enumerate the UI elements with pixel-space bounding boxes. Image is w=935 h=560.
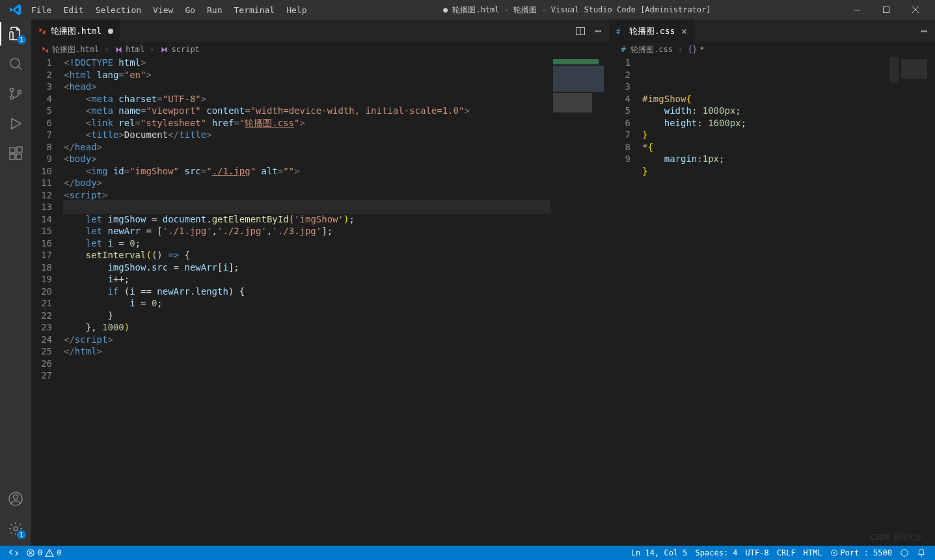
svg-point-13 xyxy=(14,527,18,531)
status-port[interactable]: Port : 5500 xyxy=(826,548,896,557)
source-control-icon[interactable] xyxy=(7,85,25,103)
status-eol[interactable]: CRLF xyxy=(773,548,800,557)
menu-go[interactable]: Go xyxy=(180,3,200,18)
menu-selection[interactable]: Selection xyxy=(90,3,146,18)
window-title: ● 轮播图.html - 轮播图 - Visual Studio Code [A… xyxy=(312,5,842,16)
code-line[interactable]: <title>Document</title> xyxy=(64,129,550,141)
menu-file[interactable]: File xyxy=(26,3,57,18)
code-right[interactable]: #imgShow{ width: 1000px; height: 1600px;… xyxy=(642,57,899,546)
minimap-left[interactable] xyxy=(550,57,609,546)
code-line[interactable]: <html lang="en"> xyxy=(64,69,550,81)
svg-point-5 xyxy=(18,90,21,94)
status-remote-icon[interactable] xyxy=(5,548,22,557)
code-line[interactable]: </head> xyxy=(64,141,550,153)
line-number: 8 xyxy=(615,141,630,153)
search-icon[interactable] xyxy=(7,55,25,73)
status-feedback-icon[interactable] xyxy=(896,548,913,557)
breadcrumb-item[interactable]: script xyxy=(172,45,200,54)
tab-html[interactable]: 轮播图.html xyxy=(31,20,120,42)
code-line[interactable]: <link rel="stylesheet" href="轮播图.css"> xyxy=(64,117,550,129)
breadcrumb-item[interactable]: 轮播图.html xyxy=(52,44,99,55)
code-left[interactable]: <!DOCTYPE html><html lang="en"><head> <m… xyxy=(64,57,550,546)
menu-view[interactable]: View xyxy=(148,3,178,18)
run-debug-icon[interactable] xyxy=(7,114,25,133)
code-line[interactable]: <head> xyxy=(64,81,550,93)
line-number: 3 xyxy=(36,81,52,93)
settings-icon[interactable]: 1 xyxy=(7,520,25,538)
close-tab-icon[interactable]: × xyxy=(681,26,686,36)
breadcrumbs-right[interactable]: # 轮播图.css›{} * xyxy=(610,42,935,57)
code-line[interactable]: #imgShow{ xyxy=(642,93,899,105)
tabs-left: 轮播图.html ⋯ xyxy=(31,20,609,42)
more-actions-icon[interactable]: ⋯ xyxy=(595,25,601,37)
code-line[interactable]: imgShow.src = newArr[i]; xyxy=(64,261,550,274)
scrollbar-thumb[interactable] xyxy=(889,57,899,83)
maximize-button[interactable] xyxy=(871,0,901,20)
code-area-right[interactable]: 123456789 #imgShow{ width: 1000px; heigh… xyxy=(610,57,935,546)
code-line[interactable]: *{ xyxy=(642,141,899,153)
code-line[interactable]: height: 1600px; xyxy=(642,117,899,129)
breadcrumb-item[interactable]: 轮播图.css xyxy=(630,44,673,55)
code-line[interactable]: <script> xyxy=(64,189,550,202)
activity-bar: 1 1 xyxy=(0,20,31,546)
code-line[interactable] xyxy=(64,201,550,213)
vscode-logo-icon xyxy=(9,3,22,16)
tab-css[interactable]: # 轮播图.css × xyxy=(610,20,694,42)
menu-run[interactable]: Run xyxy=(202,3,227,18)
explorer-icon[interactable]: 1 xyxy=(7,25,25,43)
menu-help[interactable]: Help xyxy=(281,3,312,18)
code-area-left[interactable]: 1234567891011121314151617181920212223242… xyxy=(31,57,609,546)
line-number: 12 xyxy=(36,189,52,202)
code-line[interactable]: let i = 0; xyxy=(64,237,550,250)
more-actions-icon[interactable]: ⋯ xyxy=(921,25,927,37)
menu-edit[interactable]: Edit xyxy=(58,3,88,18)
code-line[interactable]: width: 1000px; xyxy=(642,105,899,117)
status-language[interactable]: HTML xyxy=(800,548,826,557)
svg-point-12 xyxy=(14,495,18,500)
line-number: 4 xyxy=(615,93,630,105)
code-line[interactable]: <body> xyxy=(64,153,550,165)
code-line[interactable]: i = 0; xyxy=(64,297,550,310)
minimize-button[interactable] xyxy=(842,0,871,20)
gutter-right: 123456789 xyxy=(610,57,642,546)
line-number: 26 xyxy=(36,358,52,370)
line-number: 3 xyxy=(615,81,630,93)
status-problems[interactable]: 0 0 xyxy=(22,548,65,557)
close-button[interactable] xyxy=(901,0,930,20)
code-line[interactable]: <meta name="viewport" content="width=dev… xyxy=(64,105,550,117)
extensions-icon[interactable] xyxy=(7,144,25,163)
breadcrumb-item[interactable]: * xyxy=(699,45,704,54)
code-line[interactable]: <img id="imgShow" src="./1.jpg" alt=""> xyxy=(64,165,550,178)
code-line[interactable]: </script> xyxy=(64,334,550,346)
code-line[interactable]: let imgShow = document.getElementById('i… xyxy=(64,213,550,226)
status-encoding[interactable]: UTF-8 xyxy=(742,548,773,557)
code-line[interactable]: </html> xyxy=(64,345,550,358)
editor-group-1: 轮播图.html ⋯ 轮播图.html› html› script 123456… xyxy=(31,20,610,546)
menu-terminal[interactable]: Terminal xyxy=(229,3,280,18)
line-number: 15 xyxy=(36,225,52,237)
code-line[interactable]: margin:1px; xyxy=(642,153,899,165)
svg-rect-0 xyxy=(854,10,860,10)
code-line[interactable]: </body> xyxy=(64,177,550,189)
code-line[interactable]: }, 1000) xyxy=(64,321,550,334)
status-cursor[interactable]: Ln 14, Col 5 xyxy=(627,548,692,557)
breadcrumbs-left[interactable]: 轮播图.html› html› script xyxy=(31,42,609,57)
status-bell-icon[interactable] xyxy=(913,548,930,557)
code-line[interactable]: i++; xyxy=(64,273,550,286)
code-line[interactable]: setInterval(() => { xyxy=(64,249,550,261)
breadcrumb-item[interactable]: html xyxy=(126,45,144,54)
code-line[interactable]: let newArr = ['./1.jpg','./2.jpg','./3.j… xyxy=(64,225,550,237)
status-spaces[interactable]: Spaces: 4 xyxy=(692,548,742,557)
code-line[interactable]: <!DOCTYPE html> xyxy=(64,57,550,69)
code-line[interactable]: } xyxy=(64,310,550,322)
code-line[interactable]: <meta charset="UTF-8"> xyxy=(64,93,550,105)
editor-groups: 轮播图.html ⋯ 轮播图.html› html› script 123456… xyxy=(31,20,935,546)
minimap-right[interactable] xyxy=(899,57,935,546)
account-icon[interactable] xyxy=(7,490,25,508)
split-editor-icon[interactable] xyxy=(575,26,586,36)
code-line[interactable]: if (i == newArr.length) { xyxy=(64,286,550,298)
code-line[interactable]: } xyxy=(642,129,899,141)
code-line[interactable]: } xyxy=(642,165,899,178)
status-bar: 0 0 Ln 14, Col 5 Spaces: 4 UTF-8 CRLF HT… xyxy=(0,546,935,560)
line-number: 25 xyxy=(36,345,52,358)
